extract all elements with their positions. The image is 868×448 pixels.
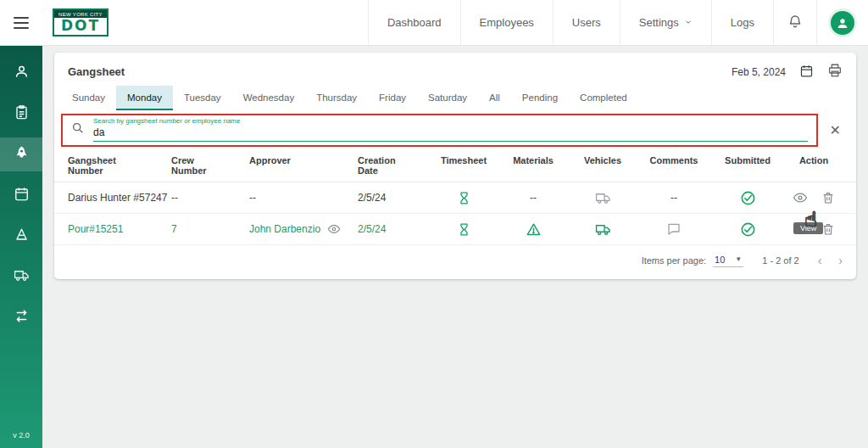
day-filter-tabs: Sunday Monday Tuesday Wednesday Thursday…: [54, 86, 856, 110]
trash-icon: [821, 191, 835, 204]
sidebar-item-timesheets[interactable]: [0, 97, 42, 131]
sidebar-item-vehicles[interactable]: [0, 260, 42, 294]
column-header-materials: Materials: [513, 155, 554, 165]
chevron-left-icon: ‹: [818, 254, 822, 267]
delete-button[interactable]: [821, 191, 835, 204]
gangsheet-number-cell[interactable]: Pour#15251: [68, 223, 171, 235]
vehicles-cell[interactable]: [595, 221, 611, 238]
materials-cell: --: [530, 192, 537, 204]
card-header: Gangsheet Feb 5, 2024: [54, 53, 856, 86]
sidebar: v 2.0: [0, 46, 42, 448]
tab-saturday[interactable]: Saturday: [417, 86, 478, 110]
eye-icon: [793, 190, 808, 205]
print-button[interactable]: [827, 63, 843, 81]
chevron-down-icon: [684, 16, 693, 29]
table-header-row: Gangsheet Number Crew Number Approver Cr…: [54, 148, 856, 182]
column-header-gangsheet-number: Gangsheet Number: [68, 155, 171, 176]
submitted-status-cell: [740, 221, 756, 238]
eye-icon: [793, 221, 808, 237]
nav-logs[interactable]: Logs: [711, 0, 773, 45]
materials-cell[interactable]: [526, 221, 542, 238]
clear-search-button[interactable]: ✕: [825, 124, 846, 137]
comments-cell[interactable]: [666, 221, 682, 237]
gangsheet-number-cell: Darius Hunter #57247: [68, 192, 171, 204]
swap-icon: [14, 308, 30, 328]
tab-tuesday[interactable]: Tuesday: [173, 86, 232, 110]
action-cell: [785, 190, 843, 205]
vehicles-cell[interactable]: [595, 190, 611, 206]
view-approver-button[interactable]: [327, 222, 341, 236]
printer-icon: [827, 63, 843, 81]
crew-number-cell: 7: [171, 223, 249, 235]
chevron-right-icon: ›: [838, 254, 843, 267]
items-per-page-select[interactable]: 10 ▼: [713, 255, 743, 267]
clipboard-icon: [14, 104, 30, 124]
sidebar-item-transfers[interactable]: [0, 300, 42, 334]
tab-friday[interactable]: Friday: [368, 86, 417, 110]
search-field-label: Search by gangsheet number or employee n…: [93, 117, 808, 125]
bell-icon: [787, 14, 803, 31]
tab-wednesday[interactable]: Wednesday: [232, 86, 306, 110]
next-page-button[interactable]: ›: [838, 254, 843, 267]
main-content: Gangsheet Feb 5, 2024 Sunday Monday Tues…: [42, 46, 868, 448]
nav-users[interactable]: Users: [553, 0, 620, 45]
timesheet-status-cell[interactable]: [457, 191, 471, 205]
tab-pending[interactable]: Pending: [511, 86, 569, 110]
sidebar-item-gangsheet[interactable]: [0, 137, 42, 171]
column-header-vehicles: Vehicles: [584, 155, 621, 165]
column-header-submitted: Submitted: [725, 155, 771, 165]
table-footer: Items per page: 10 ▼ 1 - 2 of 2 ‹ ›: [54, 245, 856, 277]
creation-date-cell: 2/5/24: [358, 223, 429, 235]
close-icon: ✕: [830, 123, 841, 137]
sidebar-item-cones[interactable]: [0, 219, 42, 253]
rocket-icon: [14, 145, 30, 165]
search-input[interactable]: [93, 126, 808, 142]
check-circle-icon: [740, 221, 756, 238]
hourglass-icon: [457, 222, 471, 237]
items-per-page-label: Items per page:: [642, 255, 706, 266]
nav-employees[interactable]: Employees: [460, 0, 553, 45]
logo-dot-label: DOT: [54, 18, 107, 35]
approver-cell: John Darbenzio: [249, 222, 358, 236]
search-icon: [71, 121, 85, 138]
tab-sunday[interactable]: Sunday: [61, 86, 116, 110]
selected-date: Feb 5, 2024: [732, 66, 786, 78]
calendar-icon: [799, 64, 814, 81]
topbar: NEW YORK CITY DOT Dashboard Employees Us…: [0, 0, 868, 46]
column-header-action: Action: [799, 155, 828, 165]
submitted-status-cell: [740, 190, 756, 206]
tab-thursday[interactable]: Thursday: [305, 86, 368, 110]
view-button[interactable]: [793, 190, 808, 205]
trash-icon: [821, 222, 835, 236]
action-cell: [785, 221, 843, 237]
comment-icon: [666, 221, 682, 237]
profile-menu[interactable]: [816, 0, 868, 45]
comments-cell: --: [670, 192, 677, 204]
calendar-icon: [14, 186, 30, 205]
column-header-crew-number: Crew Number: [171, 155, 249, 176]
tab-monday[interactable]: Monday: [116, 86, 173, 110]
hamburger-menu-icon[interactable]: [0, 0, 42, 45]
column-header-timesheet: Timesheet: [441, 155, 487, 165]
warning-icon: [526, 221, 542, 238]
delete-button[interactable]: [821, 222, 835, 236]
tab-completed[interactable]: Completed: [569, 86, 638, 110]
nav-settings[interactable]: Settings: [620, 0, 711, 45]
truck-icon: [595, 190, 611, 206]
app-version: v 2.0: [13, 431, 30, 448]
column-header-approver: Approver: [249, 155, 358, 165]
column-header-creation-date: Creation Date: [358, 155, 429, 176]
sidebar-item-employees[interactable]: [0, 56, 42, 90]
date-picker-button[interactable]: [799, 64, 814, 81]
nav-dashboard[interactable]: Dashboard: [368, 0, 460, 45]
tab-all[interactable]: All: [478, 86, 511, 110]
view-button[interactable]: [793, 221, 808, 237]
truck-icon: [595, 221, 611, 238]
notifications-button[interactable]: [773, 0, 816, 45]
timesheet-status-cell[interactable]: [457, 222, 471, 237]
person-icon: [14, 64, 30, 83]
sidebar-item-calendar[interactable]: [0, 178, 42, 212]
eye-icon: [327, 222, 341, 236]
previous-page-button[interactable]: ‹: [818, 254, 822, 267]
search-row: Search by gangsheet number or employee n…: [54, 110, 856, 148]
